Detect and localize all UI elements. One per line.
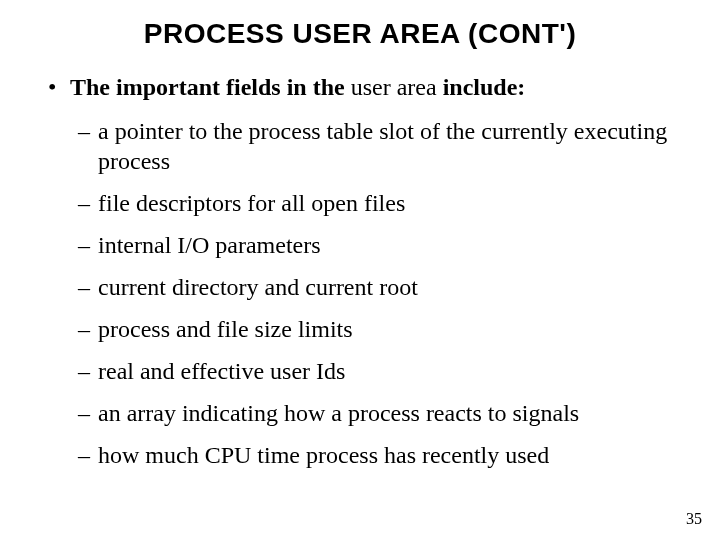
lead-prefix: The important fields in the <box>70 74 345 100</box>
list-item: current directory and current root <box>98 272 680 302</box>
list-item: an array indicating how a process reacts… <box>98 398 680 428</box>
list-item: internal I/O parameters <box>98 230 680 260</box>
list-item: process and file size limits <box>98 314 680 344</box>
lead-bullet: The important fields in the user area in… <box>70 72 680 470</box>
list-item: a pointer to the process table slot of t… <box>98 116 680 176</box>
lead-text: The important fields in the user area in… <box>70 74 525 100</box>
list-item: real and effective user Ids <box>98 356 680 386</box>
bullet-list-level1: The important fields in the user area in… <box>30 72 690 470</box>
page-number: 35 <box>686 510 702 528</box>
list-item: how much CPU time process has recently u… <box>98 440 680 470</box>
lead-suffix: include: <box>443 74 526 100</box>
slide-title: PROCESS USER AREA (CONT') <box>30 18 690 50</box>
bullet-list-level2: a pointer to the process table slot of t… <box>70 116 680 470</box>
slide: PROCESS USER AREA (CONT') The important … <box>0 0 720 540</box>
lead-mid: user area <box>345 74 443 100</box>
list-item: file descriptors for all open files <box>98 188 680 218</box>
